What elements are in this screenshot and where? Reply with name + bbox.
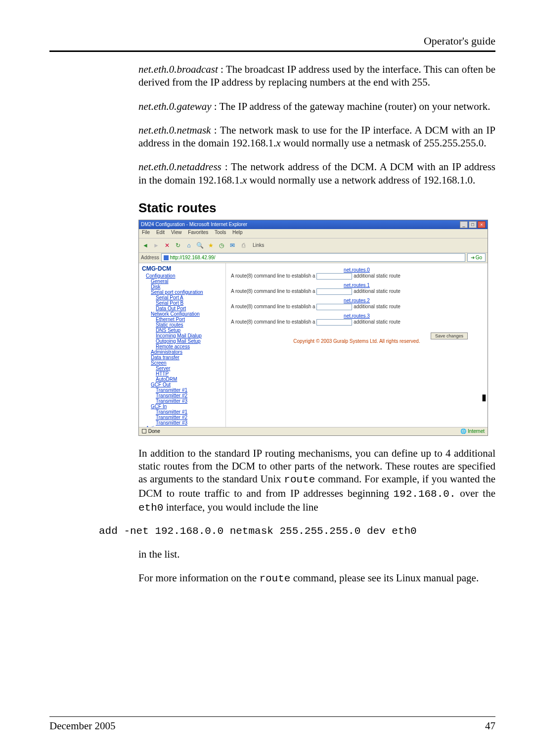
menu-bar: File Edit View Favorites Tools Help bbox=[139, 229, 488, 238]
back-button[interactable]: ◄ bbox=[141, 241, 150, 250]
para-broadcast: net.eth.0.broadcast : The broadcast IP a… bbox=[138, 63, 495, 89]
page-header-right: Operator's guide bbox=[49, 35, 495, 48]
forward-button[interactable]: ► bbox=[152, 241, 161, 250]
route-desc: A route(8) command line to establish a a… bbox=[231, 288, 483, 295]
sidebar-item[interactable]: Transmitter #3 bbox=[142, 420, 223, 425]
window-controls: _ □ × bbox=[460, 221, 486, 228]
route-desc: A route(8) command line to establish a a… bbox=[231, 304, 483, 310]
menu-file[interactable]: File bbox=[142, 230, 150, 235]
para-gateway: net.eth.0.gateway : The IP address of th… bbox=[138, 100, 495, 113]
status-zone: 🌐 Internet bbox=[460, 428, 485, 434]
go-icon: ➜ bbox=[471, 254, 475, 261]
sidebar-item[interactable]: Configuration bbox=[142, 273, 223, 279]
toolbar: ◄ ► ✕ ↻ ⌂ 🔍 ★ ◷ ✉ ⎙ Links bbox=[139, 238, 488, 253]
para-netmask: net.eth.0.netmask : The network mask to … bbox=[138, 124, 495, 150]
address-bar: Address http://192.168.42.99/ ➜ Go bbox=[139, 253, 488, 263]
route-input[interactable] bbox=[316, 304, 352, 310]
route-key: net.routes.1 bbox=[231, 283, 483, 288]
route-desc: A route(8) command line to establish a a… bbox=[231, 273, 483, 280]
history-icon[interactable]: ◷ bbox=[217, 241, 226, 250]
sidebar-item[interactable]: Data transfer bbox=[142, 355, 223, 360]
minimize-button[interactable]: _ bbox=[460, 221, 468, 228]
save-changes-button[interactable]: Save changes bbox=[431, 332, 468, 339]
sidebar-item[interactable]: Screen bbox=[142, 360, 223, 366]
sidebar-item[interactable]: Network Configuration bbox=[142, 311, 223, 317]
route-command-example: add -net 192.168.0.0 netmask 255.255.255… bbox=[99, 525, 495, 537]
address-label: Address bbox=[141, 255, 159, 260]
param-broadcast: net.eth.0.broadcast bbox=[138, 63, 218, 75]
close-button[interactable]: × bbox=[478, 221, 486, 228]
sidebar-item[interactable]: General bbox=[142, 279, 223, 284]
sidebar-item[interactable]: Outgoing Mail Setup bbox=[142, 338, 223, 344]
mail-icon[interactable]: ✉ bbox=[228, 241, 237, 250]
search-icon[interactable]: 🔍 bbox=[195, 241, 204, 250]
para-more-info: For more information on the route comman… bbox=[138, 571, 495, 585]
main-panel: net.routes.0A route(8) command line to e… bbox=[226, 263, 488, 429]
browser-window: DM24 Configuration - Microsoft Internet … bbox=[138, 220, 488, 436]
sidebar-item[interactable]: Transmitter #1 bbox=[142, 387, 223, 393]
sidebar-item[interactable]: Transmitter #1 bbox=[142, 409, 223, 415]
sidebar-item[interactable]: GCF In bbox=[142, 404, 223, 409]
footer-page-number: 47 bbox=[485, 720, 495, 732]
route-key: net.routes.2 bbox=[231, 298, 483, 303]
sidebar-item[interactable]: Serial Port A bbox=[142, 295, 223, 300]
route-input[interactable] bbox=[316, 319, 352, 326]
scrollbar-thumb[interactable]: ▮ bbox=[482, 392, 487, 403]
page-footer: December 2005 47 bbox=[49, 716, 495, 732]
window-title: DM24 Configuration - Microsoft Internet … bbox=[141, 220, 247, 229]
route-key: net.routes.3 bbox=[231, 313, 483, 319]
sidebar-item[interactable]: Serial port configuration bbox=[142, 289, 223, 295]
sidebar-item[interactable]: Server bbox=[142, 366, 223, 371]
footer-rule bbox=[49, 716, 495, 717]
route-input[interactable] bbox=[316, 273, 352, 280]
status-left: 🞎 Done bbox=[142, 428, 160, 434]
sidebar-item[interactable]: Transmitter #2 bbox=[142, 415, 223, 420]
route-desc: A route(8) command line to establish a a… bbox=[231, 319, 483, 326]
sidebar-item[interactable]: Remote access bbox=[142, 344, 223, 349]
sidebar-item[interactable]: Administrators bbox=[142, 349, 223, 355]
sidebar-item[interactable]: Data Out Port bbox=[142, 306, 223, 311]
window-titlebar: DM24 Configuration - Microsoft Internet … bbox=[139, 220, 488, 229]
status-bar: 🞎 Done 🌐 Internet bbox=[139, 427, 488, 435]
sidebar-item[interactable]: Disk bbox=[142, 284, 223, 289]
sidebar-title: CMG-DCM bbox=[142, 265, 223, 272]
sidebar-item[interactable]: DNS Setup bbox=[142, 328, 223, 333]
address-input[interactable]: http://192.168.42.99/ bbox=[161, 253, 465, 262]
sidebar-item[interactable]: GCF Out bbox=[142, 382, 223, 387]
stop-button[interactable]: ✕ bbox=[163, 241, 172, 250]
print-icon[interactable]: ⎙ bbox=[239, 241, 248, 250]
menu-tools[interactable]: Tools bbox=[215, 230, 226, 235]
links-label: Links bbox=[253, 242, 264, 248]
sidebar-item[interactable]: AutoDRM bbox=[142, 377, 223, 382]
maximize-button[interactable]: □ bbox=[469, 221, 477, 228]
footer-date: December 2005 bbox=[49, 720, 116, 732]
home-button[interactable]: ⌂ bbox=[184, 241, 193, 250]
sidebar-item[interactable]: Serial Port B bbox=[142, 300, 223, 306]
menu-help[interactable]: Help bbox=[232, 230, 243, 235]
param-netmask: net.eth.0.netmask bbox=[138, 124, 211, 136]
done-icon: 🞎 bbox=[142, 428, 147, 434]
refresh-button[interactable]: ↻ bbox=[174, 241, 182, 250]
nav-sidebar: CMG-DCM ConfigurationGeneralDiskSerial p… bbox=[139, 263, 226, 429]
menu-edit[interactable]: Edit bbox=[156, 230, 165, 235]
site-icon bbox=[164, 255, 169, 260]
section-heading-static-routes: Static routes bbox=[138, 200, 495, 216]
route-key: net.routes.0 bbox=[231, 267, 483, 273]
route-input[interactable] bbox=[316, 288, 352, 295]
sidebar-item[interactable]: Ethernet Port bbox=[142, 317, 223, 322]
go-button[interactable]: ➜ Go bbox=[467, 253, 486, 262]
para-netaddress: net.eth.0.netaddress : The network addre… bbox=[138, 160, 495, 187]
sidebar-item[interactable]: HTTP bbox=[142, 371, 223, 377]
para-in-the-list: in the list. bbox=[138, 548, 495, 561]
menu-favorites[interactable]: Favorites bbox=[188, 230, 208, 235]
para-static-routes-intro: In addition to the standard IP routing m… bbox=[138, 447, 495, 515]
menu-view[interactable]: View bbox=[171, 230, 182, 235]
favorites-icon[interactable]: ★ bbox=[206, 241, 215, 250]
sidebar-item[interactable]: Static routes bbox=[142, 322, 223, 328]
param-gateway: net.eth.0.gateway bbox=[138, 100, 212, 112]
sidebar-item[interactable]: Transmitter #3 bbox=[142, 398, 223, 404]
header-rule bbox=[49, 50, 495, 52]
sidebar-item[interactable]: Incoming Mail Dialup bbox=[142, 333, 223, 338]
sidebar-item[interactable]: Transmitter #2 bbox=[142, 393, 223, 398]
param-netaddress: net.eth.0.netaddress bbox=[138, 161, 222, 173]
